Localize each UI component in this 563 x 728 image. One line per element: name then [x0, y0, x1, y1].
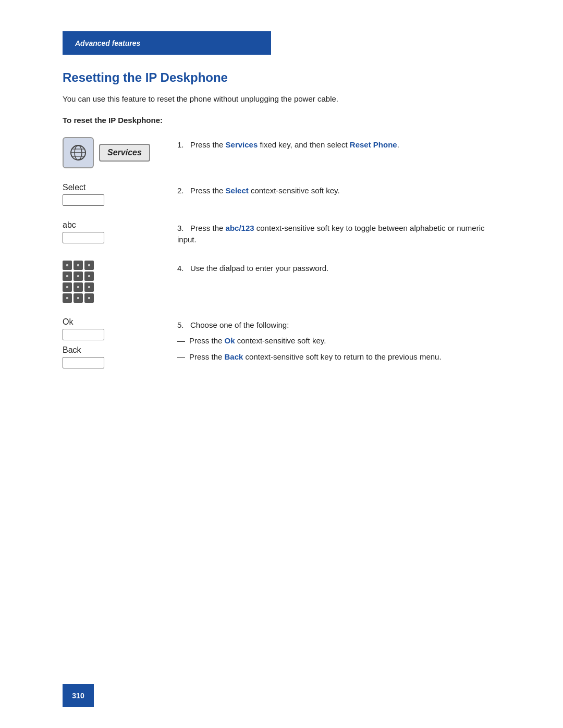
- page-container: Advanced features Resetting the IP Deskp…: [0, 0, 563, 728]
- step-row-1: Services 1. Press the Services fixed key…: [63, 137, 500, 168]
- services-button[interactable]: Services: [99, 144, 150, 162]
- dialpad-key-7: [63, 282, 72, 292]
- step-1-number: 1.: [177, 140, 188, 149]
- dialpad-key-6: [84, 272, 94, 281]
- sub-dash-1: —: [177, 335, 185, 347]
- step-5-text: 5. Choose one of the following: — Press …: [167, 317, 500, 367]
- intro-text: You can use this feature to reset the ph…: [63, 93, 417, 105]
- ok-key-rect: [63, 329, 104, 340]
- dialpad-key-9: [84, 282, 94, 292]
- step-4-text: 4. Use the dialpad to enter your passwor…: [167, 261, 500, 275]
- select-key-label: Select: [63, 183, 85, 192]
- ok-back-container: Ok Back: [63, 317, 104, 368]
- sub-dash-2: —: [177, 351, 185, 363]
- step-2-text-part-1: Press the: [190, 186, 226, 195]
- back-key-container: Back: [63, 346, 104, 368]
- dialpad-key-5: [74, 272, 83, 281]
- step-row-4: 4. Use the dialpad to enter your passwor…: [63, 261, 500, 303]
- step-1-text-part-1: Press the: [190, 140, 226, 149]
- step-1-text-part-2: fixed key, and then select: [258, 140, 350, 149]
- step-1-resetphone-highlight: Reset Phone: [350, 140, 397, 149]
- abc-key-container: abc: [63, 220, 104, 243]
- step-3-text: 3. Press the abc/123 context-sensitive s…: [167, 220, 500, 246]
- dialpad-key-8: [74, 282, 83, 292]
- step-2-select-highlight: Select: [226, 186, 249, 195]
- ok-key-label: Ok: [63, 317, 73, 327]
- step-5-text-intro: Choose one of the following:: [190, 320, 289, 329]
- services-globe-icon: [63, 137, 94, 168]
- sub-item-back-text: Press the Back context-sensitive soft ke…: [189, 351, 442, 363]
- ok-highlight: Ok: [225, 336, 235, 345]
- step-3-icon-area: abc: [63, 220, 167, 243]
- step-row-2: Select 2. Press the Select context-sensi…: [63, 183, 500, 206]
- step-4-icon-area: [63, 261, 167, 303]
- step-row-3: abc 3. Press the abc/123 context-sensiti…: [63, 220, 500, 246]
- step-4-text-content: Use the dialpad to enter your password.: [190, 264, 328, 273]
- step-2-icon-area: Select: [63, 183, 167, 206]
- select-key-rect: [63, 194, 104, 206]
- step-3-text-part-1: Press the: [190, 224, 226, 232]
- services-icon-row: Services: [63, 137, 150, 168]
- dialpad-key-2: [74, 261, 83, 270]
- step-2-text-part-2: context-sensitive soft key.: [249, 186, 340, 195]
- step-1-services-highlight: Services: [226, 140, 258, 149]
- step-1-text: 1. Press the Services fixed key, and the…: [167, 137, 500, 151]
- step-2-number: 2.: [177, 186, 188, 195]
- dialpad-key-12: [84, 293, 94, 303]
- step-4-number: 4.: [177, 264, 188, 273]
- abc-key-label: abc: [63, 220, 76, 230]
- sub-item-ok: — Press the Ok context-sensitive soft ke…: [177, 335, 500, 347]
- header-banner: Advanced features: [63, 31, 271, 55]
- step-2-text: 2. Press the Select context-sensitive so…: [167, 183, 500, 197]
- sub-item-ok-text: Press the Ok context-sensitive soft key.: [189, 335, 326, 347]
- step-5-sub-list: — Press the Ok context-sensitive soft ke…: [177, 335, 500, 363]
- header-banner-text: Advanced features: [75, 39, 140, 47]
- services-button-label: Services: [107, 148, 142, 157]
- page-title: Resetting the IP Deskphone: [63, 70, 500, 85]
- globe-svg: [68, 143, 88, 163]
- dialpad-key-10: [63, 293, 72, 303]
- step-1-icon-area: Services: [63, 137, 167, 168]
- step-row-5: Ok Back 5. Choose one of the following: …: [63, 317, 500, 368]
- dialpad-key-1: [63, 261, 72, 270]
- back-key-rect: [63, 357, 104, 368]
- back-highlight: Back: [225, 352, 243, 361]
- dialpad-key-3: [84, 261, 94, 270]
- ok-key-container: Ok: [63, 317, 104, 340]
- page-number-box: 310: [63, 684, 94, 707]
- back-key-label: Back: [63, 346, 81, 355]
- step-3-abc-highlight: abc/123: [226, 224, 254, 232]
- steps-container: Services 1. Press the Services fixed key…: [63, 137, 500, 383]
- page-number: 310: [72, 692, 84, 700]
- dialpad-key-11: [74, 293, 83, 303]
- sub-item-back: — Press the Back context-sensitive soft …: [177, 351, 500, 363]
- abc-key-rect: [63, 232, 104, 243]
- step-1-text-period: .: [397, 140, 399, 149]
- step-5-icon-area: Ok Back: [63, 317, 167, 368]
- step-3-number: 3.: [177, 224, 188, 232]
- dialpad-key-4: [63, 272, 72, 281]
- dialpad-icon: [63, 261, 94, 303]
- sub-heading: To reset the IP Deskphone:: [63, 116, 500, 125]
- select-key-container: Select: [63, 183, 104, 206]
- step-5-number: 5.: [177, 320, 188, 329]
